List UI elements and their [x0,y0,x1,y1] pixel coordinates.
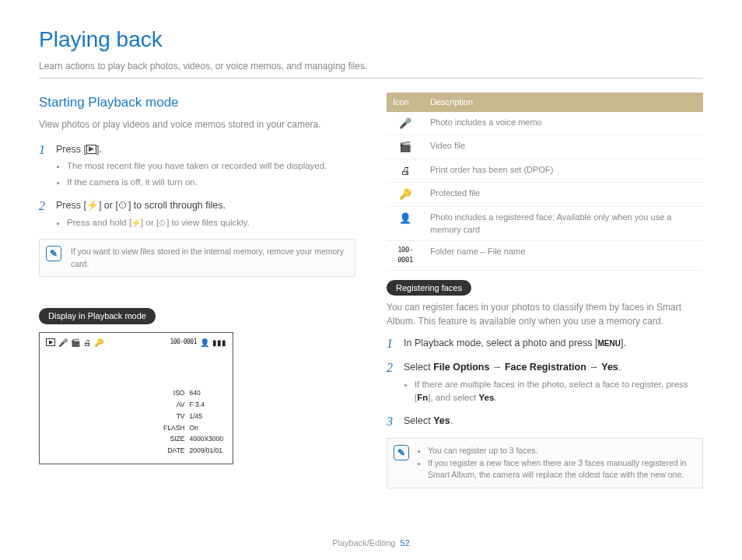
flash-icon: ⚡ [131,219,141,227]
text: ]. [621,338,626,348]
section-intro: View photos or play videos and voice mem… [39,117,355,131]
face-icon: 👤 [387,206,424,240]
print-icon: 🖨 [83,337,91,348]
text: Select [404,362,433,373]
arrow: → [489,362,504,373]
table-row: 100-0001Folder name – File name [387,240,703,270]
pill-label: Registering faces [387,280,471,296]
step-1: Press [▶]. The most recent file you have… [39,142,355,189]
text: Press [ [56,144,86,155]
rf-intro: You can register faces in your photos to… [387,300,703,328]
footer-section: Playback/Editing [332,538,395,548]
playback-icon: ▶ [86,145,96,154]
val: F 3.4 [188,400,226,410]
note-icon: ✎ [394,445,409,460]
table-row: 👤Photo includes a registered face; Avail… [387,206,703,240]
file-counter: 100-0001 [170,338,197,347]
desc: Photo includes a registered face; Availa… [424,206,703,240]
pill-label: Display in Playback mode [39,308,156,324]
lbl: FLASH [162,423,186,433]
rf-step-2: Select File Options → Face Registration … [387,360,703,404]
table-row: 🎬Video file [387,135,703,159]
text: Select [404,415,433,426]
arrow: → [586,362,601,373]
video-icon: 🎬 [71,337,80,348]
mic-icon: 🎤 [387,112,424,135]
bold: Yes [601,362,618,373]
section-heading: Starting Playback mode [39,93,355,113]
text: ]. [96,144,102,155]
text: . [494,393,496,402]
page-footer: Playback/Editing 52 [0,537,742,550]
steps-list: Press [▶]. The most recent file you have… [39,142,355,229]
left-column: Starting Playback mode View photos or pl… [39,93,355,496]
desc: Print order has been set (DPOF) [424,159,703,183]
lcd-info-table: ISO640 AVF 3.4 TV1/45 FLASHOn SIZE4000X3… [160,387,226,457]
sub-bullet: Press and hold [⚡] or [⏲] to view files … [67,216,355,229]
right-column: Icon Description 🎤Photo includes a voice… [387,93,703,496]
file-number: 100-0001 [387,240,424,270]
memo-icon: 🎤 [58,337,68,348]
key-icon: 🔑 [94,337,103,348]
sub-bullet: The most recent file you have taken or r… [67,159,355,173]
text: ] or [ [99,200,118,211]
video-icon: 🎬 [387,135,424,159]
val: 2009/01/01 [188,446,226,456]
text: ] to view files quickly. [166,218,250,227]
page-title: Playing back [39,23,703,56]
battery-icon: ▮▮▮ [212,337,226,348]
desc: Video file [424,135,703,159]
rf-steps: In Playback mode, select a photo and pre… [387,336,703,429]
table-row: 🔑Protected file [387,183,703,207]
page-number: 52 [401,538,410,548]
lbl: SIZE [162,434,186,444]
note-bullet: You can register up to 3 faces. [428,445,695,457]
bold: Yes [478,393,494,402]
text: . [450,415,453,426]
rf-step-3: Select Yes. [387,414,703,429]
fn-button: Fn [417,393,428,402]
rf-step-1: In Playback mode, select a photo and pre… [387,336,703,351]
text: Press and hold [ [67,218,131,227]
playback-mode-icon: ▶ [46,338,55,346]
lbl: DATE [162,446,186,456]
lcd-display: ▶ 🎤 🎬 🖨 🔑 100-0001 👤 ▮▮▮ ISO640 AVF 3.4 … [39,332,233,464]
lbl: AV [162,400,186,410]
sub-bullet: If there are multiple faces in the photo… [415,378,703,405]
th-icon: Icon [387,93,424,112]
note-text: If you want to view files stored in the … [71,247,344,268]
table-row: 🖨Print order has been set (DPOF) [387,159,703,183]
text: . [618,362,621,373]
timer-icon: ⏲ [159,219,166,227]
divider [39,78,703,79]
th-desc: Description [424,93,703,112]
print-icon: 🖨 [387,159,424,183]
val: 1/45 [188,411,226,422]
menu-button: MENU [597,339,620,348]
table-row: 🎤Photo includes a voice memo [387,112,703,135]
note-icon: ✎ [46,246,61,261]
face-icon: 👤 [200,337,209,348]
key-icon: 🔑 [387,183,424,207]
note-box: ✎ If you want to view files stored in th… [39,239,355,278]
bold: Face Registration [505,362,586,373]
desc: Protected file [424,183,703,207]
note-bullet: If you register a new face when there ar… [428,457,695,482]
val: 4000X3000 [188,434,226,444]
text: Press [ [56,200,86,211]
page-subtitle: Learn actions to play back photos, video… [39,59,703,73]
val: 640 [188,388,226,398]
text: In Playback mode, select a photo and pre… [404,338,597,348]
lbl: TV [162,411,186,422]
note-box: ✎ You can register up to 3 faces. If you… [387,438,703,488]
desc: Photo includes a voice memo [424,112,703,135]
desc: Folder name – File name [424,240,703,270]
step-2: Press [⚡] or [⏲] to scroll through files… [39,198,355,229]
text: ], and select [428,393,478,402]
flash-icon: ⚡ [86,200,99,211]
icon-description-table: Icon Description 🎤Photo includes a voice… [387,93,703,271]
timer-icon: ⏲ [118,200,128,211]
bold: Yes [433,415,450,426]
bold: File Options [433,362,489,373]
lbl: ISO [162,388,186,398]
